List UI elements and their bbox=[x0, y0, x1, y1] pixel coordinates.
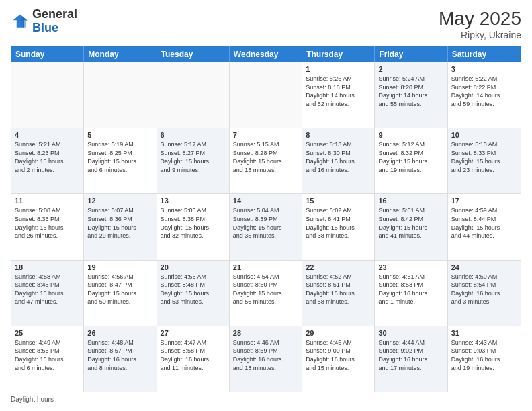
cell-info: Sunrise: 4:54 AM Sunset: 8:50 PM Dayligh… bbox=[233, 273, 298, 306]
cell-info: Sunrise: 4:52 AM Sunset: 8:51 PM Dayligh… bbox=[306, 273, 371, 306]
calendar-body: 1Sunrise: 5:26 AM Sunset: 8:18 PM Daylig… bbox=[11, 62, 521, 392]
cal-cell: 28Sunrise: 4:46 AM Sunset: 8:59 PM Dayli… bbox=[230, 326, 302, 392]
cell-info: Sunrise: 5:10 AM Sunset: 8:33 PM Dayligh… bbox=[451, 140, 517, 174]
day-number: 25 bbox=[15, 329, 80, 337]
day-number: 29 bbox=[306, 329, 371, 337]
cal-cell: 16Sunrise: 5:01 AM Sunset: 8:42 PM Dayli… bbox=[375, 194, 447, 259]
cell-info: Sunrise: 4:55 AM Sunset: 8:48 PM Dayligh… bbox=[161, 273, 226, 306]
cell-info: Sunrise: 5:08 AM Sunset: 8:35 PM Dayligh… bbox=[15, 206, 80, 240]
cell-info: Sunrise: 4:51 AM Sunset: 8:53 PM Dayligh… bbox=[378, 273, 443, 306]
day-number: 14 bbox=[233, 197, 298, 205]
cal-cell bbox=[11, 62, 84, 128]
day-number: 22 bbox=[306, 263, 371, 271]
cal-cell: 6Sunrise: 5:17 AM Sunset: 8:27 PM Daylig… bbox=[157, 128, 230, 193]
location-title: Ripky, Ukraine bbox=[439, 30, 521, 40]
day-number: 8 bbox=[306, 131, 371, 139]
cell-info: Sunrise: 5:04 AM Sunset: 8:39 PM Dayligh… bbox=[233, 206, 298, 240]
day-number: 9 bbox=[378, 131, 443, 139]
cal-cell: 3Sunrise: 5:22 AM Sunset: 8:22 PM Daylig… bbox=[448, 62, 521, 128]
day-number: 2 bbox=[378, 65, 443, 73]
cell-info: Sunrise: 4:46 AM Sunset: 8:59 PM Dayligh… bbox=[233, 338, 298, 372]
cal-header-cell: Wednesday bbox=[230, 46, 302, 62]
cal-cell: 12Sunrise: 5:07 AM Sunset: 8:36 PM Dayli… bbox=[84, 194, 157, 259]
cal-cell: 23Sunrise: 4:51 AM Sunset: 8:53 PM Dayli… bbox=[375, 261, 447, 326]
cell-info: Sunrise: 4:50 AM Sunset: 8:54 PM Dayligh… bbox=[451, 273, 517, 306]
cal-header-cell: Tuesday bbox=[157, 46, 230, 62]
day-number: 16 bbox=[378, 197, 443, 205]
cal-cell: 29Sunrise: 4:45 AM Sunset: 9:00 PM Dayli… bbox=[302, 326, 375, 392]
cal-cell: 5Sunrise: 5:19 AM Sunset: 8:25 PM Daylig… bbox=[84, 128, 157, 193]
day-number: 28 bbox=[233, 329, 298, 337]
cell-info: Sunrise: 4:58 AM Sunset: 8:45 PM Dayligh… bbox=[15, 273, 80, 306]
logo-icon bbox=[11, 12, 30, 31]
day-number: 4 bbox=[15, 131, 80, 139]
cal-cell: 9Sunrise: 5:12 AM Sunset: 8:32 PM Daylig… bbox=[375, 128, 447, 193]
cal-cell: 4Sunrise: 5:21 AM Sunset: 8:23 PM Daylig… bbox=[11, 128, 84, 193]
logo-general-text: General bbox=[32, 7, 77, 21]
day-number: 18 bbox=[15, 263, 80, 271]
cell-info: Sunrise: 5:01 AM Sunset: 8:42 PM Dayligh… bbox=[378, 206, 443, 240]
daylight-label: Daylight hours bbox=[11, 396, 54, 403]
cal-cell: 27Sunrise: 4:47 AM Sunset: 8:58 PM Dayli… bbox=[157, 326, 230, 392]
cal-cell: 19Sunrise: 4:56 AM Sunset: 8:47 PM Dayli… bbox=[84, 261, 157, 326]
cal-cell: 8Sunrise: 5:13 AM Sunset: 8:30 PM Daylig… bbox=[302, 128, 375, 193]
cell-info: Sunrise: 4:49 AM Sunset: 8:55 PM Dayligh… bbox=[15, 338, 80, 372]
cell-info: Sunrise: 4:48 AM Sunset: 8:57 PM Dayligh… bbox=[87, 338, 152, 372]
cal-week: 1Sunrise: 5:26 AM Sunset: 8:18 PM Daylig… bbox=[11, 62, 521, 128]
cal-header-cell: Saturday bbox=[448, 46, 521, 62]
page: General Blue May 2025 Ripky, Ukraine Sun… bbox=[0, 0, 532, 411]
cal-cell: 1Sunrise: 5:26 AM Sunset: 8:18 PM Daylig… bbox=[302, 62, 375, 128]
day-number: 21 bbox=[233, 263, 298, 271]
cell-info: Sunrise: 5:26 AM Sunset: 8:18 PM Dayligh… bbox=[306, 75, 371, 108]
cell-info: Sunrise: 4:45 AM Sunset: 9:00 PM Dayligh… bbox=[306, 338, 371, 372]
day-number: 26 bbox=[87, 329, 152, 337]
footer: Daylight hours bbox=[11, 396, 521, 403]
cal-cell bbox=[84, 62, 157, 128]
day-number: 1 bbox=[306, 65, 371, 73]
day-number: 10 bbox=[451, 131, 517, 139]
cal-cell: 11Sunrise: 5:08 AM Sunset: 8:35 PM Dayli… bbox=[11, 194, 84, 259]
cal-cell bbox=[230, 62, 302, 128]
day-number: 5 bbox=[87, 131, 152, 139]
cal-cell: 20Sunrise: 4:55 AM Sunset: 8:48 PM Dayli… bbox=[157, 261, 230, 326]
cal-cell: 13Sunrise: 5:05 AM Sunset: 8:38 PM Dayli… bbox=[157, 194, 230, 259]
cal-week: 11Sunrise: 5:08 AM Sunset: 8:35 PM Dayli… bbox=[11, 194, 521, 260]
cell-info: Sunrise: 5:24 AM Sunset: 8:20 PM Dayligh… bbox=[378, 75, 443, 108]
cell-info: Sunrise: 5:02 AM Sunset: 8:41 PM Dayligh… bbox=[306, 206, 371, 240]
cal-cell: 18Sunrise: 4:58 AM Sunset: 8:45 PM Dayli… bbox=[11, 261, 84, 326]
day-number: 31 bbox=[451, 329, 517, 337]
cal-cell: 2Sunrise: 5:24 AM Sunset: 8:20 PM Daylig… bbox=[375, 62, 447, 128]
day-number: 17 bbox=[451, 197, 517, 205]
header: General Blue May 2025 Ripky, Ukraine bbox=[11, 8, 521, 40]
cell-info: Sunrise: 5:12 AM Sunset: 8:32 PM Dayligh… bbox=[378, 140, 443, 174]
cal-cell: 22Sunrise: 4:52 AM Sunset: 8:51 PM Dayli… bbox=[302, 261, 375, 326]
calendar: SundayMondayTuesdayWednesdayThursdayFrid… bbox=[11, 46, 521, 392]
cal-cell: 26Sunrise: 4:48 AM Sunset: 8:57 PM Dayli… bbox=[84, 326, 157, 392]
day-number: 20 bbox=[161, 263, 226, 271]
day-number: 7 bbox=[233, 131, 298, 139]
cal-week: 4Sunrise: 5:21 AM Sunset: 8:23 PM Daylig… bbox=[11, 128, 521, 194]
calendar-header-row: SundayMondayTuesdayWednesdayThursdayFrid… bbox=[11, 46, 521, 62]
day-number: 23 bbox=[378, 263, 443, 271]
cal-header-cell: Monday bbox=[84, 46, 157, 62]
cell-info: Sunrise: 4:43 AM Sunset: 9:03 PM Dayligh… bbox=[451, 338, 517, 372]
cell-info: Sunrise: 5:21 AM Sunset: 8:23 PM Dayligh… bbox=[15, 140, 80, 174]
logo-blue-text: Blue bbox=[32, 21, 58, 34]
cell-info: Sunrise: 4:47 AM Sunset: 8:58 PM Dayligh… bbox=[161, 338, 226, 372]
day-number: 30 bbox=[378, 329, 443, 337]
cell-info: Sunrise: 4:44 AM Sunset: 9:02 PM Dayligh… bbox=[378, 338, 443, 372]
day-number: 24 bbox=[451, 263, 517, 271]
cal-cell: 7Sunrise: 5:15 AM Sunset: 8:28 PM Daylig… bbox=[230, 128, 302, 193]
day-number: 11 bbox=[15, 197, 80, 205]
cal-week: 18Sunrise: 4:58 AM Sunset: 8:45 PM Dayli… bbox=[11, 261, 521, 326]
cell-info: Sunrise: 5:07 AM Sunset: 8:36 PM Dayligh… bbox=[87, 206, 152, 240]
day-number: 12 bbox=[87, 197, 152, 205]
cell-info: Sunrise: 5:05 AM Sunset: 8:38 PM Dayligh… bbox=[161, 206, 226, 240]
cell-info: Sunrise: 5:13 AM Sunset: 8:30 PM Dayligh… bbox=[306, 140, 371, 174]
cal-cell: 30Sunrise: 4:44 AM Sunset: 9:02 PM Dayli… bbox=[375, 326, 447, 392]
month-title: May 2025 bbox=[439, 8, 521, 30]
cal-cell: 15Sunrise: 5:02 AM Sunset: 8:41 PM Dayli… bbox=[302, 194, 375, 259]
logo: General Blue bbox=[11, 8, 77, 35]
day-number: 15 bbox=[306, 197, 371, 205]
cal-cell: 31Sunrise: 4:43 AM Sunset: 9:03 PM Dayli… bbox=[448, 326, 521, 392]
